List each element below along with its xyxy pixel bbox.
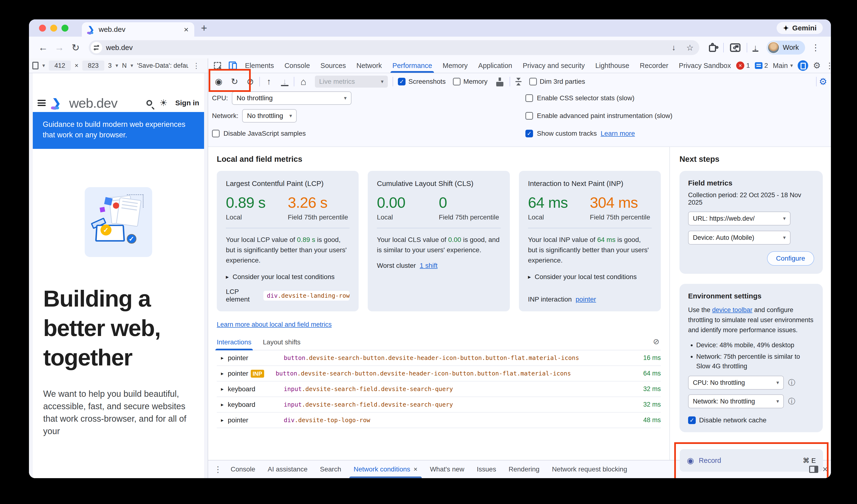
site-brand[interactable]: web.dev <box>69 95 141 111</box>
network-info-icon[interactable]: ⓘ <box>788 397 795 406</box>
interaction-row[interactable]: ▸ pointer div.devsite-top-logo-row 48 ms <box>217 413 661 428</box>
bookmark-star-icon[interactable]: ☆ <box>683 43 697 52</box>
clear-icon[interactable]: ⊘ <box>243 77 257 87</box>
dim-3rd-parties-checkbox[interactable]: Dim 3rd parties <box>527 78 588 85</box>
tab-network[interactable]: Network <box>351 58 387 73</box>
viewport-height-input[interactable]: 823 <box>82 61 104 71</box>
drawer-tab-search[interactable]: Search <box>314 460 348 478</box>
browser-menu-icon[interactable]: ⋮ <box>807 43 824 53</box>
drawer-tab-network-conditions[interactable]: Network conditions × <box>348 460 424 478</box>
custom-tracks-learn-more-link[interactable]: Learn more <box>601 130 635 137</box>
traffic-light-minimize[interactable] <box>50 24 57 32</box>
sign-in-link[interactable]: Sign in <box>175 99 199 107</box>
field-device-select[interactable]: Device: Auto (Mobile)▾ <box>688 231 790 245</box>
cpu-throttling-select[interactable]: No throttling▾ <box>232 91 351 105</box>
device-toolbar-icon[interactable] <box>225 58 240 73</box>
hamburger-menu-icon[interactable] <box>37 100 46 106</box>
tab-layout-shifts[interactable]: Layout shifts <box>263 338 301 350</box>
garbage-collect-icon[interactable] <box>496 78 503 86</box>
url-text[interactable]: web.dev <box>106 44 665 52</box>
drawer-tab-rendering[interactable]: Rendering <box>502 460 546 478</box>
load-profile-icon[interactable]: ↑ <box>262 77 275 87</box>
toggle-drawer-layout-icon[interactable] <box>809 466 818 473</box>
tab-close-icon[interactable]: × <box>184 25 188 34</box>
drawer-tab-close-icon[interactable]: × <box>414 466 418 473</box>
settings-gear-icon[interactable]: ⚙ <box>813 61 821 71</box>
tab-lighthouse[interactable]: Lighthouse <box>590 58 635 73</box>
tab-interactions[interactable]: Interactions <box>217 338 251 350</box>
webdev-logo[interactable]: ❯ <box>52 97 61 108</box>
zoom-caret-icon[interactable]: ▾ <box>116 63 118 69</box>
issue-count-badge[interactable]: 2 <box>755 62 768 69</box>
tab-performance[interactable]: Performance <box>387 58 437 73</box>
clear-log-icon[interactable]: ⊘ <box>653 337 659 346</box>
save-data-select[interactable]: 'Save-Data': defau <box>137 62 188 69</box>
traffic-light-zoom[interactable] <box>62 24 68 32</box>
extensions-icon[interactable] <box>709 43 718 52</box>
disable-js-checkbox[interactable]: Disable JavaScript samples <box>212 127 525 140</box>
show-custom-tracks-checkbox[interactable]: ✓ Show custom tracks Learn more <box>525 127 673 140</box>
traffic-light-close[interactable] <box>39 24 46 32</box>
reload-button[interactable]: ↻ <box>69 42 83 53</box>
drawer-tab-issues[interactable]: Issues <box>471 460 502 478</box>
interaction-row[interactable]: ▸ pointerINP button.devsite-search-butto… <box>217 366 661 382</box>
tab-elements[interactable]: Elements <box>240 58 279 73</box>
record-icon[interactable]: ◉ <box>212 77 225 87</box>
tab-privacy-sandbox[interactable]: Privacy Sandbox <box>673 58 736 73</box>
interaction-selector[interactable]: button.devsite-search-button.devsite-hea… <box>284 354 643 362</box>
tab-memory[interactable]: Memory <box>437 58 473 73</box>
device-mode-badge-icon[interactable] <box>798 60 808 71</box>
devtools-menu-icon[interactable]: ⋮ <box>825 61 831 70</box>
inp-test-conditions-toggle[interactable]: ▸ Consider your local test conditions <box>528 273 652 281</box>
drawer-tab-ai-assistance[interactable]: AI assistance <box>262 460 314 478</box>
history-select[interactable]: Live metrics ▾ <box>315 75 388 88</box>
configure-button[interactable]: Configure <box>767 251 814 266</box>
lcp-test-conditions-toggle[interactable]: ▸ Consider your local test conditions <box>226 273 350 281</box>
tab-console[interactable]: Console <box>279 58 315 73</box>
tab-application[interactable]: Application <box>473 58 518 73</box>
tab-sources[interactable]: Sources <box>315 58 351 73</box>
network-throttling-select[interactable]: No throttling▾ <box>242 109 297 122</box>
metrics-learn-more-link[interactable]: Learn more about local and field metrics <box>217 321 332 328</box>
browser-tab[interactable]: ❯ web.dev × <box>82 22 194 37</box>
url-bar[interactable]: web.dev ↓ ☆ <box>89 40 699 55</box>
tab-privacy-security[interactable]: Privacy and security <box>518 58 590 73</box>
env-network-select[interactable]: Network: No throttling▾ <box>688 394 784 408</box>
emulation-menu-icon[interactable]: ⋮ <box>192 62 200 70</box>
record-button[interactable]: ◉ Record ⌘ E <box>680 449 823 472</box>
device-toolbar-link[interactable]: device toolbar <box>712 306 753 314</box>
search-tabs-icon[interactable] <box>730 43 740 52</box>
dock-target-select[interactable]: Main▾ <box>773 62 793 70</box>
disable-cache-checkbox[interactable]: ✓ Disable network cache <box>688 416 814 424</box>
interaction-selector[interactable]: div.devsite-top-logo-row <box>284 417 643 424</box>
inspect-element-icon[interactable] <box>210 58 225 73</box>
cpu-info-icon[interactable]: ⓘ <box>788 378 795 388</box>
interaction-row[interactable]: ▸ pointer button.devsite-search-button.d… <box>217 350 661 366</box>
interaction-row[interactable]: ▸ keyboard input.devsite-search-field.de… <box>217 397 661 413</box>
memory-checkbox[interactable]: Memory <box>451 78 490 85</box>
collapse-tracks-icon[interactable] <box>515 78 522 85</box>
record-and-reload-icon[interactable]: ↻ <box>228 77 241 87</box>
capture-settings-gear-icon[interactable]: ⚙ <box>819 76 827 87</box>
zoom-select[interactable]: 3 <box>108 62 112 69</box>
screenshots-checkbox[interactable]: ✓ Screenshots <box>396 78 448 85</box>
viewport-width-input[interactable]: 412 <box>49 61 71 71</box>
dimensions-caret-icon[interactable]: ▾ <box>43 63 45 69</box>
device-dimensions-icon[interactable] <box>32 62 38 69</box>
field-url-select[interactable]: URL: https://web.dev/▾ <box>688 212 790 225</box>
drawer-tab-whats-new[interactable]: What's new <box>424 460 471 478</box>
css-selector-stats-checkbox[interactable]: Enable CSS selector stats (slow) <box>525 91 673 105</box>
throttle-select[interactable]: N <box>122 62 127 69</box>
error-count-badge[interactable]: × 1 <box>736 62 750 70</box>
inp-interaction-link[interactable]: pointer <box>576 296 596 303</box>
gemini-button[interactable]: ✦ Gemini <box>777 22 823 34</box>
install-icon[interactable]: ↓ <box>668 43 679 52</box>
interaction-selector[interactable]: button.devsite-search-button.devsite-hea… <box>275 370 643 377</box>
save-profile-icon[interactable]: ↓ <box>278 77 291 87</box>
throttle-caret-icon[interactable]: ▾ <box>130 63 133 69</box>
downloads-icon[interactable]: ↓ <box>750 43 761 52</box>
interaction-selector[interactable]: input.devsite-search-field.devsite-searc… <box>284 401 643 408</box>
drawer-tab-network-request-blocking[interactable]: Network request blocking <box>546 460 633 478</box>
tab-recorder[interactable]: Recorder <box>635 58 673 73</box>
drawer-menu-icon[interactable]: ⋮ <box>212 465 224 474</box>
